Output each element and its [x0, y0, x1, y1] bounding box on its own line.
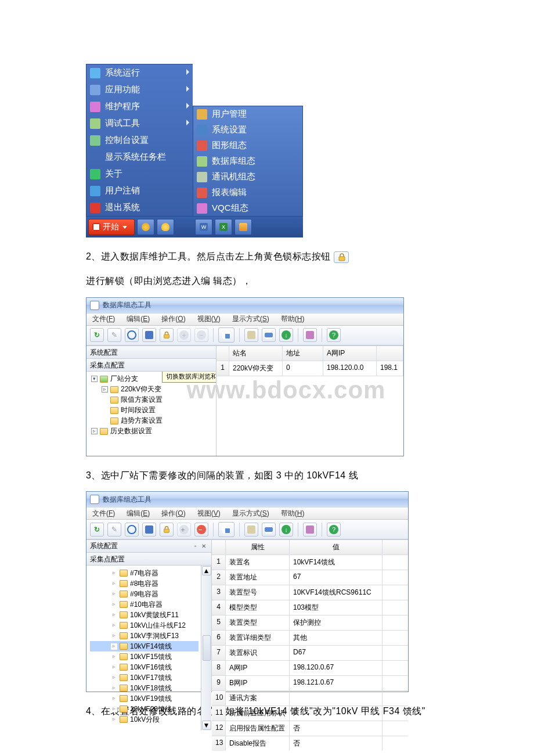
- dock-buttons[interactable]: ▫ ✕: [194, 543, 208, 549]
- table-row[interactable]: 3装置型号10KVF14馈线RCS9611C: [212, 585, 408, 600]
- grid-button[interactable]: [218, 327, 234, 343]
- edit-button[interactable]: ✎: [107, 328, 121, 342]
- property-value[interactable]: 其他: [290, 631, 383, 645]
- help-button[interactable]: ?: [327, 328, 341, 342]
- column-header[interactable]: 地址: [283, 346, 323, 361]
- target-button[interactable]: [125, 328, 139, 342]
- column-header[interactable]: A网IP: [323, 346, 377, 361]
- property-value[interactable]: 10KVF14馈线RCS9611C: [290, 585, 383, 600]
- property-value[interactable]: [290, 691, 383, 705]
- table-row[interactable]: 12启用报告属性配置否: [212, 721, 408, 736]
- tree-item[interactable]: ▹#9电容器: [90, 589, 199, 599]
- submenu-item[interactable]: 用户管理: [193, 106, 302, 122]
- tree-item[interactable]: ▹10kVF17馈线: [90, 672, 199, 683]
- menu-item[interactable]: 操作(O): [158, 314, 189, 324]
- menu-item[interactable]: 视图(V): [194, 509, 224, 519]
- tree-item[interactable]: ▹10kVF19馈线: [90, 693, 199, 704]
- tree-item[interactable]: ▹10kVF18馈线: [90, 683, 199, 693]
- tree-item[interactable]: ▹#10电容器: [90, 599, 199, 610]
- refresh-button[interactable]: ↻: [90, 523, 104, 537]
- tree-item[interactable]: 限值方案设置: [90, 395, 214, 405]
- submenu-item[interactable]: 数据库组态: [193, 153, 302, 169]
- column-header[interactable]: 值: [290, 540, 383, 555]
- taskbar-icon-bulb[interactable]: [157, 219, 174, 235]
- property-value[interactable]: 否: [290, 736, 383, 750]
- remove-button[interactable]: －: [194, 328, 208, 342]
- menu-item[interactable]: 文件(F): [89, 509, 118, 519]
- submenu-item[interactable]: 系统设置: [193, 122, 302, 138]
- submenu-item[interactable]: 报表编辑: [193, 185, 302, 200]
- menu-item[interactable]: 操作(O): [158, 509, 189, 519]
- list-button[interactable]: [262, 523, 276, 537]
- tree-item[interactable]: ▹10kVF14馈线: [90, 641, 199, 651]
- property-value[interactable]: 67: [290, 570, 383, 585]
- column-header[interactable]: 属性: [226, 540, 290, 555]
- tree-item[interactable]: ▹10kV分段: [90, 714, 199, 725]
- tree-item[interactable]: 时间段设置: [90, 405, 214, 416]
- menu-item[interactable]: 系统运行: [86, 64, 193, 81]
- menu-item[interactable]: 调试工具: [86, 115, 193, 132]
- menu-item[interactable]: 显示系统任务栏: [86, 149, 193, 165]
- table-row[interactable]: 2装置地址67: [212, 570, 408, 585]
- property-value[interactable]: 103模型: [290, 600, 383, 615]
- table-row[interactable]: 8A网IP198.120.0.67: [212, 661, 408, 676]
- tree-item[interactable]: 趋势方案设置: [90, 416, 214, 426]
- property-value[interactable]: 10kVF14馈线: [290, 555, 383, 570]
- table-row[interactable]: 4模型类型103模型: [212, 600, 408, 615]
- tree-item[interactable]: ▹#8电容器: [90, 578, 199, 589]
- menu-item[interactable]: 应用功能: [86, 81, 193, 98]
- menu-item[interactable]: 控制台设置: [86, 132, 193, 149]
- tree-item[interactable]: ▹10kV李洞线F13: [90, 631, 199, 641]
- property-value[interactable]: 否: [290, 721, 383, 736]
- menu-item[interactable]: 帮助(H): [277, 314, 308, 324]
- export-button[interactable]: [303, 523, 317, 537]
- submenu-item[interactable]: VQC组态: [193, 200, 302, 216]
- tree-item[interactable]: ▹10kVF15馈线: [90, 651, 199, 662]
- taskbar-icon-word[interactable]: W: [195, 219, 212, 235]
- menu-item[interactable]: 维护程序: [86, 98, 193, 115]
- submenu-item[interactable]: 图形组态: [193, 138, 302, 153]
- tree-item[interactable]: ▹10kVF16馈线: [90, 662, 199, 672]
- submenu-item[interactable]: 通讯机组态: [193, 169, 302, 185]
- panel1-button[interactable]: [244, 328, 258, 342]
- tree-item[interactable]: ▹10kV山佳斗线F12: [90, 620, 199, 631]
- down-button[interactable]: ↓: [279, 328, 293, 342]
- property-value[interactable]: 198.120.0.67: [290, 661, 383, 675]
- column-header[interactable]: 站名: [229, 346, 283, 361]
- table-row[interactable]: 5装置类型保护测控: [212, 615, 408, 631]
- grid-button[interactable]: [218, 522, 234, 537]
- taskbar-icon-excel[interactable]: X: [215, 219, 232, 235]
- menu-item[interactable]: 帮助(H): [277, 509, 308, 519]
- edit-button[interactable]: ✎: [107, 523, 121, 537]
- tree-item[interactable]: ▹历史数据设置: [90, 426, 214, 437]
- menu-item[interactable]: 编辑(E): [123, 314, 153, 324]
- table-row[interactable]: 6装置详细类型其他: [212, 631, 408, 646]
- table-row[interactable]: 1装置名10kVF14馈线: [212, 555, 408, 570]
- lock-toggle-button[interactable]: [160, 523, 174, 537]
- tree-item[interactable]: ▹220kV仰天变: [90, 384, 214, 395]
- scroll-up-icon[interactable]: ▲: [202, 566, 211, 575]
- help-button[interactable]: ?: [327, 523, 341, 537]
- table-row[interactable]: 13Disable报告否: [212, 736, 408, 750]
- tree-item[interactable]: ▹10kVF20馈线: [90, 704, 199, 714]
- menu-item[interactable]: 显示方式(S): [229, 314, 273, 324]
- lock-toggle-button[interactable]: [160, 328, 174, 342]
- taskbar-icon-cluster[interactable]: [137, 219, 154, 235]
- table-row[interactable]: 9B网IP198.121.0.67: [212, 676, 408, 691]
- tree-scrollbar[interactable]: ▲ ▼: [201, 566, 211, 730]
- property-value[interactable]: 198.121.0.67: [290, 676, 383, 690]
- table-row[interactable]: 10通讯方案: [212, 691, 408, 706]
- property-value[interactable]: 0: [290, 706, 383, 721]
- tree-item[interactable]: ▹#7电容器: [90, 568, 199, 578]
- property-value[interactable]: 保护测控: [290, 615, 383, 630]
- target-button[interactable]: [125, 523, 139, 537]
- list-button[interactable]: [262, 328, 276, 342]
- menu-item[interactable]: 用户注销: [86, 182, 193, 199]
- menu-item[interactable]: 编辑(E): [123, 509, 153, 519]
- menu-item[interactable]: 视图(V): [194, 314, 224, 324]
- menu-item[interactable]: 退出系统: [86, 199, 193, 216]
- remove-button[interactable]: －: [194, 523, 208, 537]
- export-button[interactable]: [303, 328, 317, 342]
- table-row[interactable]: 7装置标识D67: [212, 646, 408, 661]
- start-button[interactable]: 开始: [88, 219, 135, 235]
